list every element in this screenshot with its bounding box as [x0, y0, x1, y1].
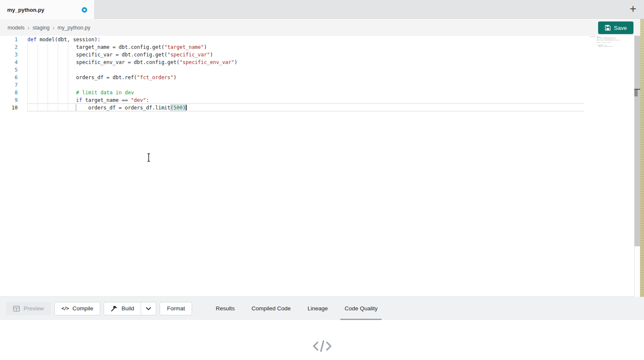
tab-lineage[interactable]: Lineage: [299, 297, 336, 320]
i-beam-cursor-icon: [146, 153, 152, 162]
breadcrumb-staging[interactable]: staging: [32, 25, 49, 31]
compile-label: Compile: [72, 305, 94, 312]
code-line[interactable]: 5: [0, 66, 590, 74]
chevron-right-icon: ›: [53, 24, 55, 31]
line-number: 2: [0, 43, 18, 51]
code-text: target_name = dbt.config.get("target_nam…: [27, 43, 207, 51]
code-line[interactable]: 7: [0, 81, 590, 89]
code-line[interactable]: 2 target_name = dbt.config.get("target_n…: [0, 43, 590, 51]
format-button[interactable]: Format: [160, 302, 192, 315]
bracket-match-highlight: (500): [171, 105, 186, 111]
code-editor[interactable]: 1def model(dbt, session):2 target_name =…: [0, 36, 644, 297]
tab-my-python[interactable]: my_python.py: [0, 0, 95, 19]
breadcrumb: models › staging › my_python.py: [0, 19, 644, 36]
line-number: 8: [0, 89, 18, 96]
hammer-icon: [111, 305, 118, 312]
line-number: 5: [0, 66, 18, 74]
preview-button[interactable]: Preview: [6, 302, 51, 315]
save-label: Save: [614, 25, 627, 31]
chevron-right-icon: ›: [27, 24, 29, 31]
editor-scrollbar-lower: [634, 246, 640, 297]
tab-code-quality[interactable]: Code Quality: [336, 297, 386, 320]
code-line[interactable]: 6 orders_df = dbt.ref("fct_orders"): [0, 74, 590, 81]
code-text: specific_var = dbt.config.get("specific_…: [27, 51, 213, 59]
chevron-down-icon: [146, 307, 151, 310]
format-label: Format: [167, 305, 185, 312]
code-text: if target_name == "dev":: [27, 96, 149, 104]
code-brackets-icon: </>: [61, 306, 69, 311]
code-line[interactable]: 9 if target_name == "dev":: [0, 96, 590, 104]
build-button[interactable]: Build: [104, 302, 141, 315]
breadcrumb-models[interactable]: models: [8, 25, 24, 31]
code-line[interactable]: 8 # limit data in dev: [0, 89, 590, 96]
bottom-toolbar: Preview </> Compile Build Format Results…: [0, 297, 644, 320]
code-text: orders_df = orders_df.limit(500): [27, 104, 187, 112]
code-text: # limit data in dev: [27, 89, 134, 96]
code-lines[interactable]: 1def model(dbt, session):2 target_name =…: [0, 36, 590, 112]
tab-label: my_python.py: [7, 7, 44, 13]
preview-label: Preview: [24, 305, 44, 312]
line-number: 1: [0, 36, 18, 43]
floppy-disk-icon: [605, 25, 611, 31]
unsaved-changes-dot-icon: [82, 7, 87, 13]
code-text: def model(dbt, session):: [27, 36, 100, 43]
tab-compiled-code[interactable]: Compiled Code: [243, 297, 299, 320]
code-line[interactable]: 1def model(dbt, session):: [0, 36, 590, 43]
build-options-button[interactable]: [141, 302, 156, 315]
text-caret: [186, 105, 187, 110]
code-line[interactable]: 10 orders_df = orders_df.limit(500): [0, 104, 590, 112]
code-slash-icon: [313, 340, 332, 352]
editor-tab-bar: my_python.py +: [0, 0, 644, 19]
line-number: 7: [0, 81, 18, 89]
table-grid-icon: [13, 306, 20, 312]
build-split-button: Build: [104, 302, 156, 315]
line-number: 10: [0, 104, 18, 112]
new-tab-button[interactable]: +: [627, 3, 639, 16]
minimap-content: def model(dbt, session): target_name = d…: [590, 36, 633, 47]
editor-scrollbar-track[interactable]: [634, 36, 640, 246]
code-line[interactable]: 3 specific_var = dbt.config.get("specifi…: [0, 51, 590, 59]
code-quality-panel: [0, 320, 644, 360]
code-text: specific_env_var = dbt.config.get("speci…: [27, 59, 238, 66]
code-text: orders_df = dbt.ref("fct_orders"): [27, 74, 176, 81]
line-number: 6: [0, 74, 18, 81]
result-tabs: Results Compiled Code Lineage Code Quali…: [207, 297, 386, 320]
breadcrumb-file[interactable]: my_python.py: [58, 25, 91, 31]
code-line[interactable]: 4 specific_env_var = dbt.config.get("spe…: [0, 59, 590, 66]
tab-results[interactable]: Results: [207, 297, 243, 320]
line-number: 9: [0, 96, 18, 104]
compile-button[interactable]: </> Compile: [54, 302, 100, 315]
editor-scrollbar-thumb[interactable]: [634, 90, 638, 96]
line-number: 3: [0, 51, 18, 59]
desktop-edge-strip: [640, 19, 644, 333]
line-number: 4: [0, 59, 18, 66]
minimap[interactable]: def model(dbt, session): target_name = d…: [590, 36, 634, 61]
save-button[interactable]: Save: [598, 21, 633, 34]
build-label: Build: [121, 305, 134, 312]
